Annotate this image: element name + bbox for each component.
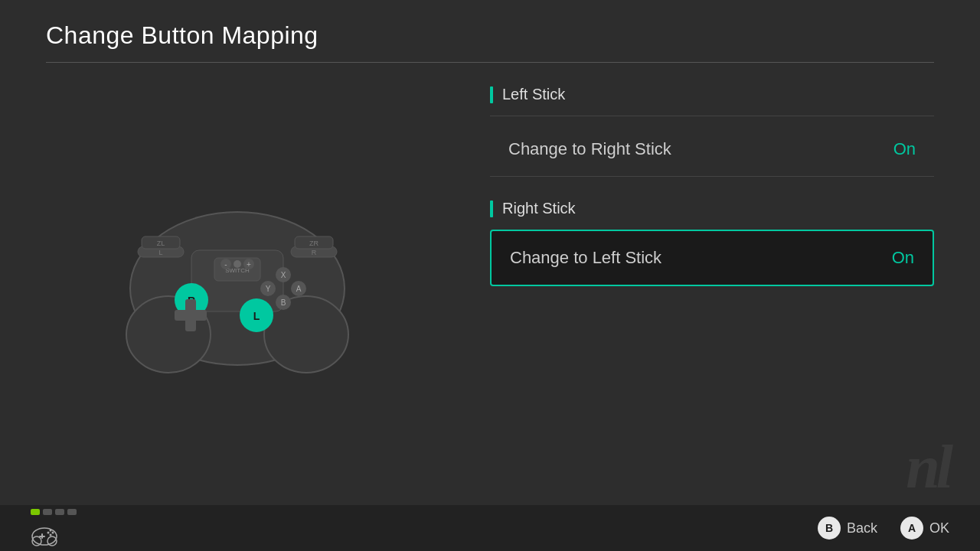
controller-panel: SWITCH R L A B X — [0, 78, 475, 484]
svg-point-24 — [234, 260, 241, 268]
svg-text:+: + — [247, 260, 251, 269]
a-button-circle: A — [900, 517, 923, 540]
svg-text:ZL: ZL — [157, 240, 165, 247]
svg-text:L: L — [158, 249, 162, 256]
section-bar-right — [490, 201, 493, 217]
controller-image: SWITCH R L A B X — [115, 174, 360, 388]
svg-text:Y: Y — [266, 285, 271, 293]
controller-svg: SWITCH R L A B X — [115, 174, 360, 388]
left-stick-header: Left Stick — [490, 86, 934, 103]
change-to-right-stick-label: Change to Right Stick — [508, 139, 671, 159]
watermark: nl — [906, 436, 949, 497]
dot-3 — [55, 509, 64, 515]
ok-button[interactable]: A OK — [900, 517, 949, 540]
change-to-right-stick-option[interactable]: Change to Right Stick On — [490, 122, 934, 177]
svg-point-39 — [52, 532, 54, 534]
b-button-letter: B — [825, 522, 833, 534]
settings-panel: Left Stick Change to Right Stick On Righ… — [475, 78, 980, 484]
svg-text:ZR: ZR — [309, 240, 318, 247]
back-label: Back — [847, 520, 877, 536]
footer-controller-icon — [31, 526, 58, 547]
svg-text:R: R — [312, 249, 317, 256]
footer: B Back A OK — [0, 505, 980, 551]
svg-text:-: - — [224, 260, 227, 269]
section-bar-left — [490, 86, 493, 103]
b-button-circle: B — [818, 517, 841, 540]
left-stick-section: Left Stick Change to Right Stick On — [490, 86, 934, 177]
footer-right: B Back A OK — [818, 517, 949, 540]
change-to-left-stick-label: Change to Left Stick — [510, 248, 662, 268]
svg-text:A: A — [296, 285, 302, 293]
right-stick-header: Right Stick — [490, 200, 934, 217]
svg-text:L: L — [253, 310, 260, 322]
dot-4 — [67, 509, 77, 515]
svg-rect-11 — [185, 299, 196, 331]
svg-point-38 — [50, 534, 52, 536]
right-stick-section: Right Stick Change to Left Stick On — [490, 200, 934, 286]
svg-rect-37 — [39, 536, 45, 537]
main-content: SWITCH R L A B X — [0, 63, 980, 484]
change-to-left-stick-option[interactable]: Change to Left Stick On — [490, 230, 934, 286]
header: Change Button Mapping — [0, 0, 980, 62]
left-stick-title: Left Stick — [502, 86, 565, 103]
right-stick-title: Right Stick — [502, 200, 576, 217]
footer-dots — [31, 509, 77, 515]
svg-point-41 — [50, 530, 52, 532]
change-to-left-stick-value: On — [892, 248, 914, 268]
footer-left — [31, 509, 77, 547]
svg-point-40 — [47, 532, 50, 534]
a-button-letter: A — [908, 522, 916, 534]
svg-text:X: X — [281, 271, 286, 279]
left-stick-divider — [490, 116, 934, 116]
ok-label: OK — [929, 520, 949, 536]
dot-1 — [31, 509, 40, 515]
svg-text:B: B — [281, 298, 286, 307]
dot-2 — [43, 509, 52, 515]
back-button[interactable]: B Back — [818, 517, 877, 540]
page-title: Change Button Mapping — [46, 21, 934, 50]
change-to-right-stick-value: On — [893, 139, 916, 159]
